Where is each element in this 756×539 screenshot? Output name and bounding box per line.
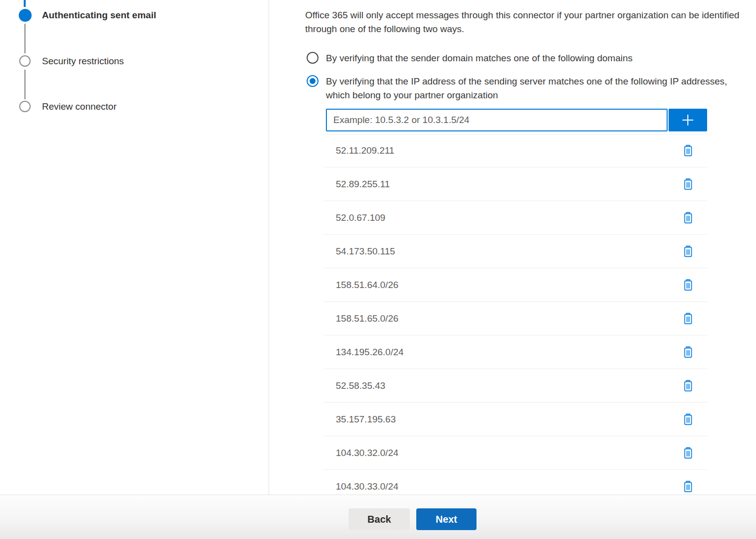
trash-icon [682,447,694,459]
trash-icon [682,178,694,191]
ip-row: 35.157.195.63 [323,403,707,436]
wizard-footer: Back Next [0,495,756,539]
ip-value: 52.58.35.43 [336,380,385,391]
delete-ip-button[interactable] [681,479,695,494]
step-description: Office 365 will only accept messages thr… [305,0,756,36]
radio-option-label: By verifying that the IP address of the … [326,75,730,102]
trash-icon [682,379,694,392]
ip-value: 52.11.209.211 [336,145,395,156]
ip-row: 52.58.35.43 [323,369,707,403]
radio-button-unselected[interactable] [307,52,318,64]
delete-ip-button[interactable] [681,446,695,460]
step-authenticating-sent-email[interactable]: Authenticating sent email [42,10,156,21]
trash-icon [682,480,694,493]
radio-option-sender-domain[interactable]: By verifying that the sender domain matc… [307,51,756,65]
ip-row: 134.195.26.0/24 [323,335,707,369]
step-active-dot [19,9,32,22]
delete-ip-button[interactable] [681,210,695,225]
radio-button-selected[interactable] [307,75,318,87]
next-button[interactable]: Next [416,508,477,530]
trash-icon [682,346,694,359]
ip-value: 52.0.67.109 [336,212,385,223]
ip-row: 52.89.255.11 [323,167,707,201]
trash-icon [682,245,694,258]
trash-icon [682,211,694,224]
trash-icon [682,312,694,325]
plus-icon [680,113,695,127]
trash-icon [682,413,694,426]
trash-icon [682,144,694,157]
stepper-rail [24,24,26,53]
ip-row: 104.30.32.0/24 [323,436,707,470]
stepper-rail-completed [24,0,26,7]
trash-icon [682,279,694,291]
ip-value: 104.30.32.0/24 [336,448,398,458]
delete-ip-button[interactable] [681,177,695,192]
delete-ip-button[interactable] [681,345,695,360]
delete-ip-button[interactable] [681,143,695,158]
step-upcoming-dot [19,55,31,67]
delete-ip-button[interactable] [681,278,695,292]
wizard-stepper-sidebar: Authenticating sent email Security restr… [0,0,269,495]
delete-ip-button[interactable] [681,412,695,427]
ip-value: 158.51.64.0/26 [336,280,398,290]
step-review-connector[interactable]: Review connector [42,101,117,112]
step-upcoming-dot [19,101,31,112]
delete-ip-button[interactable] [681,244,695,259]
ip-address-list: 52.11.209.211 52.89.255.11 52.0.67.109 [323,134,707,495]
ip-value: 54.173.50.115 [336,246,395,257]
ip-value: 134.195.26.0/24 [336,347,403,358]
ip-value: 52.89.255.11 [336,179,390,190]
wizard-step-content: Office 365 will only accept messages thr… [305,0,756,495]
ip-entry-row [326,109,707,131]
ip-row: 158.51.65.0/26 [323,302,707,335]
ip-value: 35.157.195.63 [336,414,396,425]
add-ip-button[interactable] [669,109,707,131]
ip-value: 158.51.65.0/26 [336,313,398,324]
step-security-restrictions[interactable]: Security restrictions [42,56,124,67]
ip-row: 158.51.64.0/26 [323,268,707,302]
ip-row: 54.173.50.115 [323,235,707,268]
ip-row: 104.30.33.0/24 [323,470,707,495]
radio-option-ip-address[interactable]: By verifying that the IP address of the … [307,75,756,102]
radio-option-label: By verifying that the sender domain matc… [326,51,633,65]
ip-row: 52.0.67.109 [323,201,707,235]
back-button[interactable]: Back [349,508,410,530]
ip-value: 104.30.33.0/24 [336,481,398,492]
ip-address-input[interactable] [326,109,668,131]
ip-row: 52.11.209.211 [323,134,707,167]
delete-ip-button[interactable] [681,311,695,326]
delete-ip-button[interactable] [681,378,695,393]
stepper-rail [24,70,26,99]
